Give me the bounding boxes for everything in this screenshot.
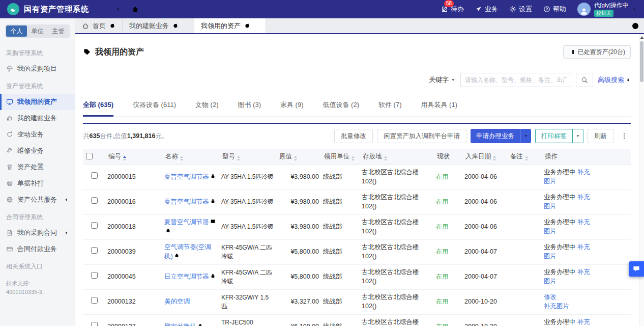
asset-name-link[interactable]: 夏普空气调节器	[164, 173, 209, 180]
refresh-tab-icon[interactable]	[244, 23, 250, 29]
refresh-button[interactable]: 刷新	[588, 129, 613, 143]
print-label-dropdown[interactable]	[572, 129, 583, 143]
edit-link[interactable]: 修改	[544, 293, 595, 302]
sidebar-item-receipt-reprint[interactable]: 单据补打	[0, 175, 75, 192]
close-tab-icon[interactable]	[254, 23, 259, 29]
close-all-tabs-icon[interactable]	[631, 22, 639, 30]
row-checkbox[interactable]	[91, 222, 98, 229]
asset-name-link[interactable]: 空气调节器(空调机)	[164, 243, 211, 260]
asset-value: ¥5,800.00	[276, 264, 321, 289]
status-badge: 在用	[436, 223, 448, 230]
category-tab-instruments[interactable]: 仪器设备 (611)	[133, 100, 176, 117]
category-tab-all[interactable]: 全部 (635)	[83, 100, 113, 117]
view-tab-my-assets[interactable]: 我领用的资产	[194, 18, 266, 33]
column-header-note[interactable]: 备注	[507, 149, 542, 165]
row-checkbox[interactable]	[91, 172, 98, 179]
chat-button[interactable]	[629, 261, 644, 277]
column-header-value[interactable]: 原值	[276, 149, 321, 165]
column-header-date[interactable]: 入库日期	[462, 149, 507, 165]
more-options-icon[interactable]	[618, 129, 631, 143]
table-row: 20000045 日立空气调节器 KFR-45GW/A 二匹冷暖 ¥5,800.…	[83, 264, 631, 289]
table-row: 20000015 夏普空气调节器 AY-35HA 1.5匹冷暖 ¥3,980.0…	[83, 165, 631, 189]
apply-business-button[interactable]: 申请办理业务	[471, 129, 520, 143]
sort-icon[interactable]	[237, 156, 240, 161]
scope-tab-unit[interactable]: 单位	[27, 25, 48, 37]
todo-badge: 58	[444, 0, 454, 7]
refresh-tab-icon[interactable]	[172, 23, 179, 29]
row-checkbox[interactable]	[91, 272, 98, 279]
user-menu[interactable]: 代[gly]操作中 校机关	[577, 2, 637, 17]
asset-name-link[interactable]: 日立空气调节器	[164, 273, 209, 280]
asset-name-link[interactable]: 美的空调	[164, 298, 190, 305]
help-menu[interactable]: 帮助	[543, 5, 566, 14]
category-tab-software[interactable]: 软件 (7)	[378, 100, 402, 117]
apply-business-dropdown[interactable]	[520, 129, 531, 143]
sidebar-item-account-creation[interactable]: 我的建账业务	[0, 110, 75, 126]
column-header-location[interactable]: 存放地	[360, 149, 434, 165]
category-tab-books[interactable]: 图书 (3)	[238, 100, 261, 117]
asset-name-link[interactable]: 夏普空气调节器	[164, 198, 209, 205]
asset-name-link[interactable]: 夏普空气调节器	[164, 219, 209, 226]
idle-transfer-button[interactable]: 闲置资产加入调剂平台申请	[377, 129, 466, 143]
sort-icon[interactable]	[123, 156, 126, 161]
sidebar-item-asset-disposal[interactable]: 资产处置	[0, 159, 75, 175]
sidebar-item-purchase-projects[interactable]: 我的采购项目	[0, 61, 75, 77]
sidebar-item-contract-payment[interactable]: 合同付款业务	[0, 241, 75, 257]
asset-model: AY-35HA 1.5匹冷暖	[219, 214, 276, 239]
scope-tab-manager[interactable]: 主管	[48, 25, 69, 37]
refresh-tab-icon[interactable]	[109, 23, 115, 29]
close-tab-icon[interactable]	[182, 23, 187, 29]
select-all-checkbox[interactable]	[86, 153, 93, 159]
column-header-name[interactable]: 名称	[162, 149, 219, 165]
print-label-split-button: 打印标签	[535, 129, 583, 143]
row-checkbox[interactable]	[91, 247, 98, 254]
asset-model: KFR-32GW/Y 1.5匹	[219, 289, 276, 314]
asset-note	[507, 214, 542, 239]
view-tab-home[interactable]: 首页	[75, 18, 123, 33]
advanced-search-link[interactable]: 高级搜索	[598, 75, 631, 85]
divider	[83, 123, 631, 124]
category-tab-gear[interactable]: 用具装具 (1)	[421, 100, 457, 117]
sidebar-item-my-assets[interactable]: 我领用的资产	[0, 94, 75, 110]
search-input[interactable]	[460, 73, 571, 87]
todo-menu[interactable]: 待办 58	[441, 5, 464, 14]
scroll-up-icon[interactable]	[640, 36, 644, 39]
category-tab-relics[interactable]: 文物 (2)	[195, 100, 219, 117]
asset-location: 古北校区古北综合楼102()	[360, 189, 434, 214]
card-icon	[6, 246, 13, 253]
collapse-sidebar-icon[interactable]	[109, 0, 127, 18]
column-header-status[interactable]: 现状	[434, 149, 462, 165]
supplement-image-link[interactable]: 补充图片	[544, 302, 595, 311]
category-tab-furniture[interactable]: 家具 (9)	[280, 100, 304, 117]
business-menu[interactable]: 业务	[475, 5, 498, 14]
sort-icon[interactable]	[525, 156, 528, 161]
sort-icon[interactable]	[180, 156, 183, 161]
sort-icon[interactable]	[352, 156, 355, 161]
search-button[interactable]	[576, 73, 593, 87]
vertical-scrollbar[interactable]	[639, 34, 644, 326]
column-header-id[interactable]: 编号	[105, 149, 162, 165]
column-header-dept[interactable]: 领用单位	[321, 149, 360, 165]
sidebar-item-repair-business[interactable]: 维修业务	[0, 143, 75, 159]
keyword-select[interactable]: 关键字	[429, 75, 456, 85]
scope-tab-personal[interactable]: 个人	[6, 25, 27, 37]
batch-edit-button[interactable]: 批量修改	[334, 129, 373, 143]
asset-name-link[interactable]: 聚宝盆微机	[164, 323, 196, 326]
disposed-assets-button[interactable]: 已处置资产(20台)	[563, 45, 631, 59]
sort-icon[interactable]	[294, 156, 297, 161]
settings-menu[interactable]: 设置	[509, 5, 532, 14]
row-checkbox[interactable]	[91, 297, 98, 304]
row-checkbox[interactable]	[91, 197, 98, 204]
view-tab-account-creation[interactable]: 我的建账业务	[123, 18, 194, 33]
print-label-button[interactable]: 打印标签	[535, 129, 572, 143]
column-header-model[interactable]: 型号	[219, 149, 276, 165]
category-tab-lowvalue[interactable]: 低值设备 (2)	[323, 100, 359, 117]
sort-icon[interactable]	[384, 156, 387, 161]
sidebar-item-purchase-contracts[interactable]: 我的采购合同	[0, 225, 75, 241]
home-icon[interactable]	[127, 0, 144, 18]
scrollbar-thumb[interactable]	[640, 41, 643, 82]
sort-icon[interactable]	[493, 156, 496, 161]
sidebar-item-public-service[interactable]: 资产公共服务	[0, 192, 75, 208]
row-checkbox[interactable]	[91, 322, 98, 326]
sidebar-item-change-business[interactable]: 变动业务	[0, 126, 75, 143]
